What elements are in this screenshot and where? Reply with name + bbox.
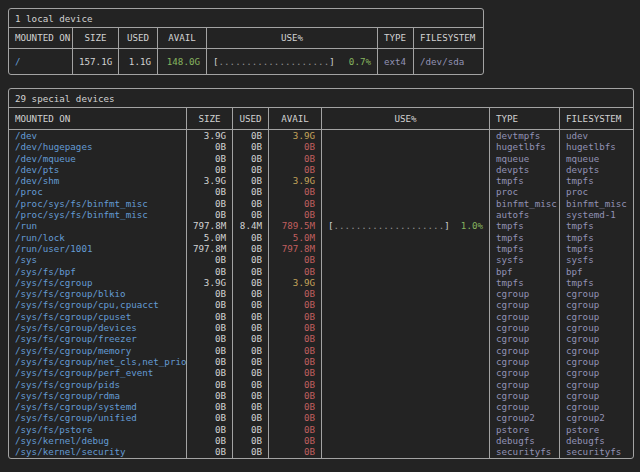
used-cell: 0B <box>233 130 269 141</box>
table-row: /proc0B0B0Bprocproc <box>9 186 633 197</box>
size-cell: 0B <box>187 401 233 412</box>
avail-cell: 0B <box>269 299 322 310</box>
size-cell: 0B <box>187 356 233 367</box>
used-cell: 0B <box>233 390 269 401</box>
mount-point-cell: / <box>9 49 73 74</box>
column-header-use-: USE% <box>322 108 490 129</box>
filesystem-cell: bpf <box>560 266 633 277</box>
use-percent-cell <box>322 277 490 288</box>
avail-cell: 0B <box>269 435 322 446</box>
avail-cell: 0B <box>269 311 322 322</box>
filesystem-cell: tmpfs <box>560 220 633 231</box>
filesystem-cell: binfmt_misc <box>560 198 633 209</box>
use-percent-cell <box>322 435 490 446</box>
local-devices-title: 1 local device <box>9 9 483 28</box>
size-cell: 0B <box>187 424 233 435</box>
filesystem-cell: sysfs <box>560 254 633 265</box>
special-devices-table: 29 special devices MOUNTED ONSIZEUSEDAVA… <box>8 88 634 459</box>
use-percent-value: 0.7% <box>349 49 371 74</box>
size-cell: 0B <box>187 390 233 401</box>
used-cell: 0B <box>233 209 269 220</box>
filesystem-cell: securityfs <box>560 446 633 457</box>
used-cell: 0B <box>233 379 269 390</box>
size-cell: 0B <box>187 345 233 356</box>
mount-point-cell: /sys/fs/bpf <box>9 266 187 277</box>
use-percent-cell <box>322 141 490 152</box>
bar-dots: .................... <box>219 56 330 67</box>
bar-close-bracket: ] <box>444 220 450 231</box>
use-percent-cell <box>322 198 490 209</box>
avail-cell: 0B <box>269 367 322 378</box>
column-header-mounted-on: MOUNTED ON <box>9 108 187 129</box>
table-row: /sys0B0B0Bsysfssysfs <box>9 254 633 265</box>
avail-cell: 0B <box>269 153 322 164</box>
use-percent-cell <box>322 333 490 344</box>
table-row: /sys/fs/pstore0B0B0Bpstorepstore <box>9 424 633 435</box>
type-cell: cgroup <box>490 401 560 412</box>
filesystem-cell: tmpfs <box>560 232 633 243</box>
type-cell: tmpfs <box>490 175 560 186</box>
avail-cell: 0B <box>269 356 322 367</box>
used-cell: 0B <box>233 322 269 333</box>
used-cell: 0B <box>233 266 269 277</box>
use-percent-cell <box>322 424 490 435</box>
filesystem-cell: pstore <box>560 424 633 435</box>
filesystem-cell: tmpfs <box>560 243 633 254</box>
avail-cell: 797.8M <box>269 243 322 254</box>
column-header-use-: USE% <box>207 28 378 48</box>
used-cell: 8.4M <box>233 220 269 231</box>
size-cell: 0B <box>187 254 233 265</box>
type-cell: tmpfs <box>490 232 560 243</box>
type-cell: cgroup <box>490 356 560 367</box>
size-cell: 0B <box>187 311 233 322</box>
table-row: /sys/fs/cgroup/perf_event0B0B0Bcgroupcgr… <box>9 367 633 378</box>
size-cell: 0B <box>187 209 233 220</box>
table-row: /sys/fs/bpf0B0B0Bbpfbpf <box>9 266 633 277</box>
use-percent-cell <box>322 175 490 186</box>
mount-point-cell: /sys/fs/pstore <box>9 424 187 435</box>
table-row: /sys/fs/cgroup/devices0B0B0Bcgroupcgroup <box>9 322 633 333</box>
mount-point-cell: /dev <box>9 130 187 141</box>
use-percent-cell <box>322 412 490 423</box>
used-cell: 0B <box>233 401 269 412</box>
column-header-used: USED <box>233 108 269 129</box>
filesystem-cell: cgroup <box>560 401 633 412</box>
avail-cell: 0B <box>269 390 322 401</box>
type-cell: hugetlbfs <box>490 141 560 152</box>
filesystem-cell: tmpfs <box>560 175 633 186</box>
filesystem-cell: systemd-1 <box>560 209 633 220</box>
use-percent-cell <box>322 401 490 412</box>
filesystem-cell: cgroup <box>560 356 633 367</box>
used-cell: 0B <box>233 367 269 378</box>
mount-point-cell: /dev/mqueue <box>9 153 187 164</box>
usage-bar: [....................] <box>213 49 335 74</box>
avail-cell: 0B <box>269 186 322 197</box>
type-cell: ext4 <box>378 49 414 74</box>
table-row: /proc/sys/fs/binfmt_misc0B0B0Bautofssyst… <box>9 209 633 220</box>
mount-point-cell: /sys/fs/cgroup/net_cls,net_prio <box>9 356 187 367</box>
special-devices-title: 29 special devices <box>9 89 633 108</box>
type-cell: securityfs <box>490 446 560 457</box>
mount-point-cell: /sys/fs/cgroup/devices <box>9 322 187 333</box>
used-cell: 0B <box>233 277 269 288</box>
filesystem-cell: udev <box>560 130 633 141</box>
size-cell: 0B <box>187 153 233 164</box>
table-row: /157.1G1.1G148.0G[....................]0… <box>9 49 483 74</box>
use-percent-cell <box>322 356 490 367</box>
column-header-used: USED <box>119 28 158 48</box>
avail-cell: 3.9G <box>269 175 322 186</box>
used-cell: 0B <box>233 424 269 435</box>
column-header-size: SIZE <box>187 108 233 129</box>
type-cell: tmpfs <box>490 277 560 288</box>
usage-bar: [....................] <box>328 220 450 231</box>
mount-point-cell: /sys/fs/cgroup/memory <box>9 345 187 356</box>
table-row: /dev/shm3.9G0B3.9Gtmpfstmpfs <box>9 175 633 186</box>
avail-cell: 0B <box>269 209 322 220</box>
mount-point-cell: /sys/fs/cgroup/systemd <box>9 401 187 412</box>
use-percent-cell <box>322 232 490 243</box>
used-cell: 1.1G <box>119 49 158 74</box>
mount-point-cell: /sys/fs/cgroup <box>9 277 187 288</box>
table-row: /sys/fs/cgroup/freezer0B0B0Bcgroupcgroup <box>9 333 633 344</box>
type-cell: devtmpfs <box>490 130 560 141</box>
type-cell: tmpfs <box>490 243 560 254</box>
